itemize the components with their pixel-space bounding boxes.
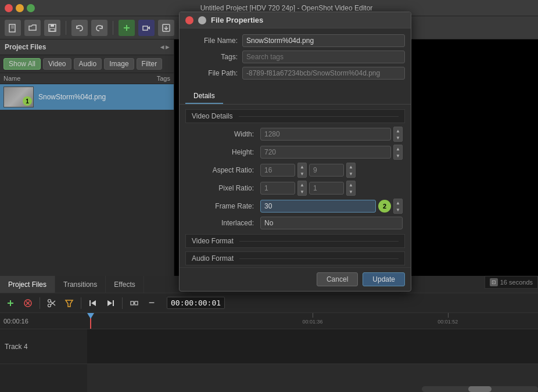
width-label: Width: xyxy=(188,127,257,142)
frame-rate-spinner[interactable]: ▲ ▼ xyxy=(393,199,403,214)
aspect-h-up[interactable]: ▲ xyxy=(347,163,355,170)
height-up[interactable]: ▲ xyxy=(394,145,402,152)
height-label: Height: xyxy=(188,145,257,160)
pixel-h-spinner[interactable]: ▲ ▼ xyxy=(346,181,356,196)
pixel-h-input[interactable] xyxy=(309,182,344,195)
aspect-w-spinner[interactable]: ▲ ▼ xyxy=(297,163,307,178)
jump-start-icon[interactable] xyxy=(86,296,100,310)
frame-rate-down[interactable]: ▼ xyxy=(394,206,402,213)
filename-input[interactable] xyxy=(242,34,405,47)
aspect-h-down[interactable]: ▼ xyxy=(347,170,355,177)
aspect-h-input[interactable] xyxy=(309,164,344,177)
svg-marker-25 xyxy=(107,300,112,306)
video-filter-button[interactable]: Video xyxy=(43,58,71,70)
pixel-w-spinner[interactable]: ▲ ▼ xyxy=(297,181,307,196)
svg-line-19 xyxy=(51,301,55,305)
width-input[interactable] xyxy=(260,128,391,141)
collapse-icon[interactable]: ◂ xyxy=(160,43,164,51)
tab-project-files[interactable]: Project Files xyxy=(0,276,55,293)
scissors-icon[interactable] xyxy=(45,296,59,310)
height-down[interactable]: ▼ xyxy=(394,152,402,159)
ruler-and-tracks: 00:01:36 00:01:52 xyxy=(87,313,538,392)
redo-button[interactable] xyxy=(91,20,107,36)
filepath-input[interactable] xyxy=(242,67,405,80)
track-4-body xyxy=(87,329,538,364)
file-item[interactable]: 1 SnowStorm%04d.png xyxy=(0,84,174,110)
frame-rate-input[interactable] xyxy=(260,200,376,213)
track-4-clips xyxy=(87,329,538,364)
dialog-close-button[interactable] xyxy=(185,16,193,24)
tags-label: Tags: xyxy=(185,53,238,61)
filter-button[interactable]: Filter xyxy=(137,58,163,70)
height-spinner[interactable]: ▲ ▼ xyxy=(393,145,403,160)
playhead[interactable] xyxy=(90,313,91,329)
audio-format-header: Audio Format xyxy=(185,251,405,265)
sidebar-timecode: 00:00:16 xyxy=(3,318,28,325)
filter-icon[interactable] xyxy=(62,296,76,310)
remove-track-icon[interactable] xyxy=(21,296,35,310)
aspect-w-up[interactable]: ▲ xyxy=(298,163,306,170)
aspect-h-spinner[interactable]: ▲ ▼ xyxy=(346,163,356,178)
aspect-w-input[interactable] xyxy=(260,164,295,177)
undo-button[interactable] xyxy=(71,20,88,36)
left-panel: Project Files ◂ ▸ Show All Video Audio I… xyxy=(0,39,174,315)
svg-marker-23 xyxy=(91,300,96,306)
video-details-header: Video Details xyxy=(185,109,405,123)
tags-column-header: Tags xyxy=(135,75,170,82)
seconds-label: 16 seconds xyxy=(500,279,533,286)
record-button[interactable] xyxy=(138,20,155,36)
jump-end-icon[interactable] xyxy=(103,296,117,310)
expand-icon[interactable]: ▸ xyxy=(166,43,169,51)
width-spinner[interactable]: ▲ ▼ xyxy=(393,127,403,142)
file-badge: 1 xyxy=(23,96,32,106)
aspect-w-down[interactable]: ▼ xyxy=(298,170,306,177)
minus-icon[interactable]: − xyxy=(145,296,159,310)
new-button[interactable] xyxy=(5,20,21,36)
audio-filter-button[interactable]: Audio xyxy=(74,58,102,70)
dialog-title: File Properties xyxy=(211,16,263,24)
pixel-w-input[interactable] xyxy=(260,182,295,195)
project-files-header: Project Files ◂ ▸ xyxy=(0,39,174,55)
video-format-header: Video Format xyxy=(185,234,405,248)
timeline-body: 00:00:16 Track 4 00: xyxy=(0,313,538,392)
width-down[interactable]: ▼ xyxy=(394,134,402,141)
combine-icon[interactable] xyxy=(127,296,141,310)
tags-input[interactable] xyxy=(242,51,405,63)
tab-transitions[interactable]: Transitions xyxy=(55,276,106,293)
interlaced-select[interactable]: No xyxy=(260,217,403,229)
pixel-w-down[interactable]: ▼ xyxy=(298,188,306,195)
file-properties-dialog: File Properties File Name: Tags: File Pa… xyxy=(179,12,411,292)
update-button[interactable]: Update xyxy=(363,272,405,286)
timeline-scrollbar[interactable] xyxy=(422,386,538,392)
aspect-ratio-label: Aspect Ratio: xyxy=(188,163,257,178)
show-all-button[interactable]: Show All xyxy=(3,58,41,70)
height-input[interactable] xyxy=(260,146,391,159)
minimize-button[interactable] xyxy=(16,4,24,12)
maximize-button[interactable] xyxy=(27,4,35,12)
width-up[interactable]: ▲ xyxy=(394,127,402,134)
dialog-info-button[interactable] xyxy=(198,16,206,24)
cancel-button[interactable]: Cancel xyxy=(317,272,358,286)
open-button[interactable] xyxy=(24,20,41,36)
svg-rect-27 xyxy=(135,301,138,305)
timecode-value: 00:00:00:01 xyxy=(167,297,225,309)
frame-rate-up[interactable]: ▲ xyxy=(394,199,402,206)
close-button[interactable] xyxy=(5,4,13,12)
tab-effects[interactable]: Effects xyxy=(106,276,144,293)
pixel-h-down[interactable]: ▼ xyxy=(347,188,355,195)
aspect-ratio-value-wrap: ▲ ▼ ▲ ▼ xyxy=(260,163,403,178)
image-filter-button[interactable]: Image xyxy=(104,58,134,70)
export-button[interactable] xyxy=(158,20,174,36)
add-button[interactable] xyxy=(119,20,135,36)
scrollbar-thumb[interactable] xyxy=(468,386,492,392)
filepath-label: File Path: xyxy=(185,69,238,77)
track-4-label: Track 4 xyxy=(0,329,87,364)
add-track-icon[interactable] xyxy=(3,296,17,310)
pixel-h-up[interactable]: ▲ xyxy=(347,181,355,188)
tab-details[interactable]: Details xyxy=(185,89,223,104)
interlaced-value-wrap: No xyxy=(260,217,403,229)
pixel-ratio-label: Pixel Ratio: xyxy=(188,181,257,196)
clock-icon: ⊡ xyxy=(490,278,498,286)
pixel-w-up[interactable]: ▲ xyxy=(298,181,306,188)
save-button[interactable] xyxy=(44,20,60,36)
